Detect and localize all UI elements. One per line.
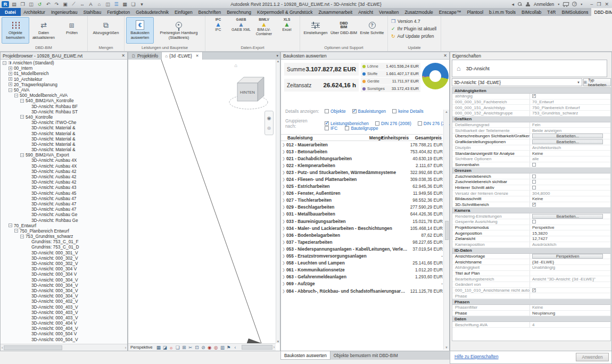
cost-table-row[interactable]: ❯034 - Maler- und Lackierarbeiten - Besc…	[281, 225, 443, 231]
property-value[interactable]	[530, 94, 606, 99]
ribbon-tab-bimsolutions[interactable]: BIMSolutions	[559, 8, 591, 16]
tree-item[interactable]: 3D-Ansicht: Material &	[1, 142, 127, 147]
abzugsgroessen-button[interactable]: ⧉ Abzugsgrößen	[89, 17, 122, 44]
navigation-bar[interactable]: ◉ ◎	[264, 111, 274, 135]
expand-chevron-icon[interactable]: ❯	[281, 275, 286, 279]
expand-chevron-icon[interactable]: ❯	[281, 219, 286, 224]
tab-projektinfo[interactable]: 🗋 Projektinfo	[128, 52, 162, 60]
checkbox-unchecked[interactable]	[345, 126, 349, 130]
detail-level-icon[interactable]: ▦	[155, 345, 162, 350]
tree-item[interactable]: −750_Planbereich Entwurf	[1, 228, 127, 234]
details-option-keine-details[interactable]: keine Details	[392, 109, 424, 114]
ribbon-tab-b-i-m-m-tools[interactable]: b.i.m.m Tools	[486, 8, 519, 16]
tree-item[interactable]: −590_BIM2AVA_Export	[1, 152, 127, 158]
tree-item[interactable]: 3D-Ansicht: 000_302_V	[1, 261, 127, 266]
tree-item[interactable]: 3D-Ansicht: Rohbau ST	[1, 109, 127, 114]
checkbox-unchecked[interactable]	[325, 109, 329, 113]
property-value[interactable]	[530, 179, 606, 185]
expand-chevron-icon[interactable]: ❯	[281, 163, 286, 168]
shadows-icon[interactable]: ❏	[175, 345, 181, 350]
ribbon-tab-architektur[interactable]: Architektur	[21, 8, 48, 16]
tree-item[interactable]: 3D-Ansicht: 000_403_V	[1, 315, 127, 320]
property-value[interactable]: Ausdrücklich	[530, 242, 606, 247]
tree-item[interactable]: 3D-Ansicht: Material &	[1, 130, 127, 136]
temporary-properties-icon[interactable]: ▥	[219, 345, 226, 350]
scroll-up-icon[interactable]: ▲	[445, 110, 448, 113]
property-value[interactable]	[530, 219, 606, 225]
3d-view-icon[interactable]: ⌂	[96, 1, 103, 7]
einstellungen-button[interactable]: Einstellungen	[302, 17, 329, 44]
tree-item[interactable]: 3D-Ansicht: Material &	[1, 125, 127, 130]
checkbox-unchecked[interactable]	[325, 126, 329, 130]
tree-expander-icon[interactable]: −	[3, 61, 6, 65]
cost-table-row[interactable]: ❯061 - Kommunikationsnetze1.012,20 EUR	[281, 267, 443, 274]
tree-item[interactable]: 3D-Ansicht: Ausbau 42	[1, 174, 127, 179]
type-selector-dropdown[interactable]: 3D-Ansicht: {3d -ELWE} ▼	[452, 78, 582, 86]
details-option-bauleistungen[interactable]: Bauleistungen	[352, 109, 386, 114]
expand-chevron-icon[interactable]: ❯	[281, 184, 286, 188]
expand-chevron-icon[interactable]: ❯	[281, 240, 286, 244]
sun-path-icon[interactable]: ☼	[168, 345, 175, 350]
tree-item[interactable]: 3D-Ansicht: Ausbau 47	[1, 201, 127, 206]
property-value[interactable]: Bearbeiten...	[530, 134, 606, 139]
export-bimlv-button[interactable]: BIMLV▲BIM-LV- Container	[253, 17, 275, 36]
baukosten-close-icon[interactable]: ✕	[443, 53, 447, 58]
section-header-daten[interactable]: Daten	[452, 316, 610, 322]
ribbon-tab-t4r[interactable]: T4R	[544, 8, 559, 16]
property-value[interactable]: 4	[530, 322, 606, 327]
cost-table-row[interactable]: ❯012 - Mauerarbeiten178.788,21 EUR	[281, 141, 443, 148]
dimension-icon[interactable]: ↔	[79, 1, 86, 7]
expand-chevron-icon[interactable]: ❯	[281, 233, 286, 237]
details-option-objekte[interactable]: Objekte	[325, 109, 346, 114]
cost-vscrollbar[interactable]: ▲ ▼	[443, 110, 449, 350]
tree-expander-icon[interactable]: −	[14, 94, 18, 97]
ribbon-tab-k-rpermodell-grundst-ck[interactable]: Körpermodell & Grundstück	[254, 8, 315, 16]
zoom-tool-icon[interactable]: ◎	[267, 126, 271, 130]
ribbon-tab-zusammenarbeit[interactable]: Zusammenarbeit	[316, 8, 355, 16]
tree-item[interactable]: −◨Ansichten (Standard)	[1, 60, 127, 65]
tree-item[interactable]: Grundriss: 753_C_01_F	[1, 239, 127, 244]
tree-item[interactable]: 3D-Ansicht: Ausbau Ge	[1, 212, 127, 217]
tree-item[interactable]: 3D-Ansicht: iTWO-Che	[1, 120, 127, 125]
checkbox-unchecked[interactable]	[375, 121, 379, 126]
tree-item[interactable]: 3D-Ansicht: 000_304_V	[1, 283, 127, 288]
ribbon-tab-bimcollab[interactable]: BIMcollab	[519, 8, 544, 16]
tree-item[interactable]: Grundriss: 753_C_01_D	[1, 244, 127, 250]
tree-expander-icon[interactable]: +	[9, 82, 12, 86]
property-value[interactable]: {3d -ELWE}	[530, 259, 606, 264]
expand-chevron-icon[interactable]: ❯	[281, 205, 286, 209]
tree-item[interactable]: 3D-Ansicht: Ausbau 42	[1, 179, 127, 185]
canvas-vscrollbar[interactable]: ▲ ▼	[276, 60, 280, 343]
section-header-kamera[interactable]: Kamera	[452, 208, 610, 213]
ribbon-tab-dbd-bim[interactable]: DBD-BIM	[591, 8, 612, 16]
export-gaeb-button[interactable]: GAEB▲GAEB XML	[230, 17, 252, 32]
bottom-tab-objekte-bemustern-mit-dbd-bim[interactable]: Objekte bemustern mit DBD-BIM	[330, 351, 450, 360]
bottom-tab-baukosten-auswerten[interactable]: Baukosten auswerten	[280, 351, 330, 360]
expand-chevron-icon[interactable]: ❯	[281, 170, 286, 175]
group-option-ifc[interactable]: IFC	[325, 126, 337, 131]
tree-item[interactable]: 3D-Ansicht: 000_304 V	[1, 271, 127, 277]
tree-item[interactable]: −500_Modellbereich_AVA	[1, 93, 127, 98]
project-browser-close-icon[interactable]: ✕	[121, 53, 125, 58]
tree-item[interactable]: −753_Grundriss_schwarz	[1, 234, 127, 239]
tab-close-icon[interactable]: ✕	[196, 54, 199, 58]
cost-table-row[interactable]: ❯037 - Tapezierarbeiten98.227,65 EUR	[281, 238, 443, 245]
checkbox-checked[interactable]	[532, 94, 536, 98]
tree-expander-icon[interactable]: +	[9, 72, 12, 76]
expand-chevron-icon[interactable]: ❯	[281, 226, 286, 230]
property-value[interactable]	[530, 162, 606, 168]
ribbon-tab-datei[interactable]: Datei	[0, 8, 21, 16]
expand-chevron-icon[interactable]: ❯	[281, 198, 286, 202]
tree-item[interactable]: 3D-Ansicht: Rohbau Ge	[1, 217, 127, 222]
property-value[interactable]: Perspektiven	[530, 254, 606, 259]
property-value[interactable]: 12,7427	[530, 236, 606, 242]
tree-item[interactable]: 3D-Ansicht: Material &	[1, 136, 127, 142]
property-value[interactable]: Keine	[530, 305, 606, 310]
property-value[interactable]: Keine	[530, 151, 606, 156]
checkbox-checked[interactable]	[352, 109, 357, 113]
property-value[interactable]: Perspektive	[530, 225, 606, 230]
cost-table-row[interactable]: ❯033 - Baureinigungsarbeiten15.021,78 EU…	[281, 218, 443, 225]
expand-chevron-icon[interactable]: ❯	[281, 156, 286, 161]
canvas-hscrollbar[interactable]: ›	[242, 344, 276, 351]
undo-icon[interactable]: ↶	[45, 1, 52, 7]
